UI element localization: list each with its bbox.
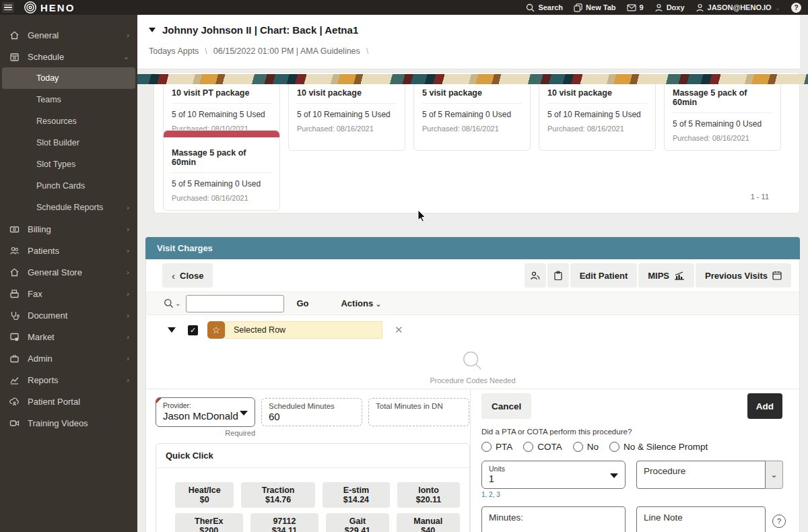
charge-form-left: Provider: Jason McDonald Required Schedu… bbox=[146, 389, 470, 532]
chevron-right-icon: › bbox=[127, 311, 129, 319]
required-note: Required bbox=[156, 429, 255, 437]
sidebar-item-schedule[interactable]: Schedule ⌄ bbox=[0, 46, 137, 67]
package-remaining: 5 of 5 Remaining 0 Used bbox=[673, 113, 772, 129]
row-checkbox[interactable]: ✓ bbox=[188, 325, 198, 335]
radio-pta[interactable]: PTA bbox=[481, 442, 512, 452]
cancel-button[interactable]: Cancel bbox=[481, 393, 531, 419]
patient-info-button[interactable] bbox=[525, 263, 546, 288]
clipboard-button[interactable] bbox=[547, 263, 569, 288]
quick-click-panel: Quick Click Heat/Ice $0 Traction $14.76 … bbox=[156, 443, 470, 532]
go-button[interactable]: Go bbox=[296, 298, 308, 308]
procedure-codes-empty-state: Procedure Codes Needed bbox=[146, 345, 799, 389]
sidebar-item-admin[interactable]: Admin › bbox=[0, 347, 137, 369]
chevron-right-icon: › bbox=[127, 376, 129, 384]
sidebar-item-resources[interactable]: Resources bbox=[0, 110, 137, 132]
radio-cota[interactable]: COTA bbox=[523, 442, 562, 452]
chevron-down-icon: ⌄ bbox=[175, 300, 180, 307]
breadcrumb-item[interactable]: Todays Appts bbox=[149, 46, 199, 56]
scheduled-minutes-value: 60 bbox=[269, 411, 355, 422]
package-card[interactable]: 5 visit package 5 of 5 Remaining 0 Used … bbox=[413, 77, 531, 151]
sidebar-item-patient-portal[interactable]: Patient Portal bbox=[0, 391, 137, 412]
package-card[interactable]: 10 visit package 5 of 10 Remaining 5 Use… bbox=[539, 77, 656, 151]
sidebar-item-label: Training Videos bbox=[28, 418, 88, 428]
sidebar-item-market[interactable]: Market › bbox=[0, 326, 137, 347]
cloud-person-icon bbox=[9, 397, 20, 407]
search-input[interactable] bbox=[186, 295, 284, 312]
search-icon bbox=[526, 3, 535, 12]
total-minutes-label: Total Minutes in DN bbox=[376, 402, 462, 410]
chevron-down-icon: ⌄ bbox=[123, 53, 129, 61]
edit-patient-button[interactable]: Edit Patient bbox=[570, 263, 638, 288]
previous-visits-button[interactable]: Previous Visits bbox=[696, 263, 791, 288]
package-card-massage[interactable]: Massage 5 pack of 60min 5 of 5 Remaining… bbox=[163, 130, 280, 211]
line-note-input[interactable] bbox=[636, 506, 766, 532]
top-bar: HENO Search New Tab 9 Doxy JASON@HENO.IO… bbox=[0, 0, 808, 15]
billing-icon bbox=[9, 224, 20, 234]
search-icon bbox=[164, 298, 174, 308]
radio-no[interactable]: No bbox=[573, 442, 599, 452]
package-card[interactable]: Massage 5 pack of 60min 5 of 5 Remaining… bbox=[664, 77, 781, 151]
sidebar-item-schedule-reports[interactable]: Schedule Reports › bbox=[0, 197, 137, 218]
sidebar-item-today[interactable]: Today bbox=[2, 67, 135, 89]
help-button[interactable]: ? bbox=[791, 3, 801, 13]
quick-click-title: Quick Click bbox=[156, 444, 469, 468]
empty-state-label: Procedure Codes Needed bbox=[430, 376, 515, 385]
breadcrumb-item[interactable]: 06/15/2022 01:00 PM | AMA Guidelines bbox=[213, 46, 360, 56]
brand-logo[interactable]: HENO bbox=[24, 1, 75, 14]
quick-click-gait[interactable]: Gait $29.41 bbox=[326, 513, 389, 532]
actions-dropdown[interactable]: Actions ⌄ bbox=[341, 298, 381, 308]
help-icon[interactable]: ? bbox=[772, 514, 786, 528]
topbar-search[interactable]: Search bbox=[526, 3, 563, 12]
sidebar-item-slot-builder[interactable]: Slot Builder bbox=[0, 132, 137, 154]
topbar-doxy[interactable]: Doxy bbox=[654, 3, 685, 12]
radio-no-silence[interactable]: No & Silence Prompt bbox=[609, 442, 708, 452]
sidebar-item-teams[interactable]: Teams bbox=[0, 89, 137, 110]
quick-click-manual[interactable]: Manual $40 bbox=[397, 513, 460, 532]
quick-click-heat-ice[interactable]: Heat/Ice $0 bbox=[175, 482, 234, 508]
sidebar-item-training-videos[interactable]: Training Videos bbox=[0, 412, 137, 434]
quick-click-97112[interactable]: 97112 $34.11 bbox=[250, 513, 319, 532]
sidebar-item-fax[interactable]: Fax › bbox=[0, 283, 137, 304]
sidebar-item-punch-cards[interactable]: Punch Cards bbox=[0, 175, 137, 197]
previous-visits-label: Previous Visits bbox=[705, 271, 768, 281]
provider-dropdown[interactable]: Provider: Jason McDonald bbox=[156, 397, 255, 427]
chevron-right-icon: › bbox=[127, 290, 129, 298]
units-dropdown[interactable]: Units 1 bbox=[481, 461, 626, 489]
topbar-new-tab[interactable]: New Tab bbox=[574, 3, 615, 12]
quick-click-traction[interactable]: Traction $14.76 bbox=[241, 482, 314, 508]
star-icon[interactable]: ☆ bbox=[207, 321, 225, 339]
package-purchased: Purchased: 08/16/2021 bbox=[297, 119, 397, 141]
collapse-triangle-icon[interactable] bbox=[149, 28, 156, 32]
topbar-messages[interactable]: 9 bbox=[627, 3, 644, 11]
bar-chart-icon bbox=[674, 271, 685, 280]
sidebar-item-general[interactable]: General › bbox=[0, 24, 137, 46]
row-expander-icon[interactable] bbox=[168, 327, 176, 333]
package-purchased: Purchased: 08/16/2021 bbox=[422, 119, 522, 141]
topbar-account[interactable]: JASON@HENO.IO ⌄ bbox=[696, 3, 780, 12]
quick-click-therex[interactable]: TherEx $200 bbox=[175, 513, 243, 532]
hamburger-menu-icon[interactable] bbox=[2, 2, 14, 13]
add-button[interactable]: Add bbox=[747, 393, 782, 419]
close-icon[interactable]: ✕ bbox=[395, 324, 403, 336]
sidebar-item-slot-types[interactable]: Slot Types bbox=[0, 154, 137, 175]
sidebar-item-document[interactable]: Document › bbox=[0, 304, 137, 326]
close-button[interactable]: ‹ Close bbox=[162, 263, 213, 288]
package-card[interactable]: 10 visit package 5 of 10 Remaining 5 Use… bbox=[288, 77, 405, 151]
mips-button[interactable]: MIPS bbox=[638, 263, 694, 288]
procedure-chevron-button[interactable]: ⌄ bbox=[766, 461, 783, 489]
procedure-input[interactable] bbox=[636, 461, 766, 489]
sidebar-item-reports[interactable]: Reports › bbox=[0, 369, 137, 391]
sidebar-item-general-store[interactable]: General Store › bbox=[0, 261, 137, 283]
search-empty-icon bbox=[461, 350, 484, 372]
minutes-input[interactable] bbox=[481, 506, 626, 532]
quick-click-ionto[interactable]: Ionto $20.11 bbox=[397, 482, 460, 508]
sidebar-item-billing[interactable]: Billing › bbox=[0, 218, 137, 240]
sidebar-item-label: General bbox=[28, 30, 59, 40]
sidebar-item-patients[interactable]: Patients › bbox=[0, 240, 137, 261]
scheduled-minutes-field[interactable]: Scheduled Minutes 60 bbox=[261, 398, 362, 426]
quick-click-estim[interactable]: E-stim $14.24 bbox=[323, 482, 390, 508]
dropdown-arrow-icon bbox=[240, 411, 248, 415]
search-scope-dropdown[interactable]: ⌄ bbox=[164, 298, 180, 308]
total-minutes-field[interactable]: Total Minutes in DN bbox=[368, 398, 469, 426]
radio-circle-icon bbox=[523, 442, 533, 452]
